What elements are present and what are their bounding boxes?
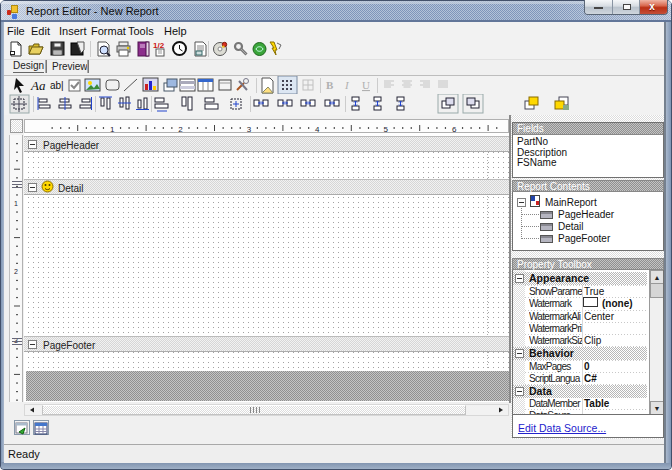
svg-text:1: 1 (14, 200, 18, 207)
svg-text:U: U (362, 79, 370, 91)
svg-text:I: I (344, 79, 350, 91)
svg-text:3: 3 (14, 337, 18, 344)
svg-text:2: 2 (14, 268, 18, 275)
svg-text:ab|: ab| (50, 80, 64, 91)
svg-text:B: B (326, 79, 334, 91)
svg-text:Aa: Aa (30, 78, 46, 93)
